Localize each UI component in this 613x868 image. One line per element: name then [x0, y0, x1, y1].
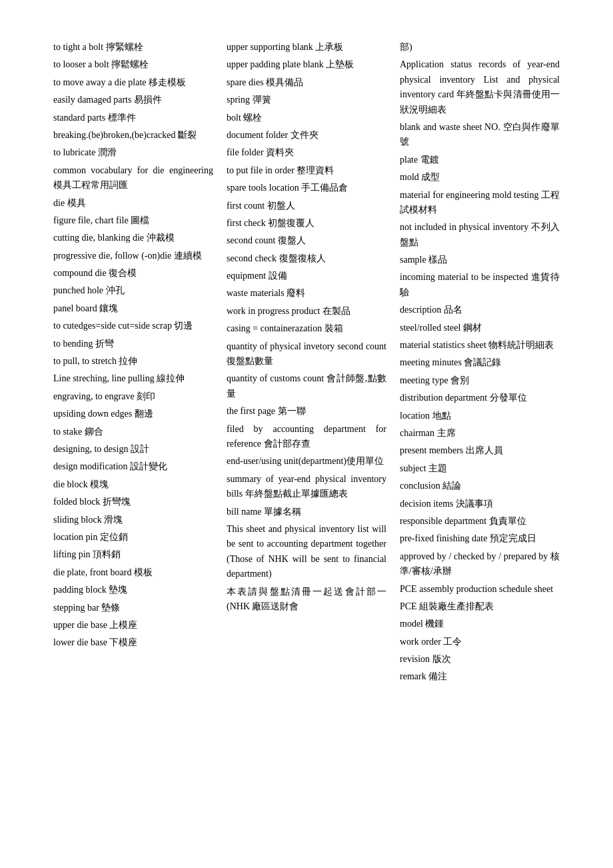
- col1-item-3: to move away a die plate 移走模板: [53, 75, 213, 90]
- col1-item-11: cutting die, blanking die 沖裁模: [53, 231, 213, 245]
- col2-item-12: second count 復盤人: [227, 233, 386, 248]
- col1-item-1: to tight a bolt 擰緊螺栓: [53, 40, 213, 55]
- col1-item-9: die 模具: [53, 196, 213, 211]
- col2-item-6: document folder 文件夾: [227, 128, 386, 143]
- col1-item-13: compound die 復合模: [53, 266, 213, 281]
- col2-item-15: waste materials 廢料: [227, 286, 386, 301]
- content-columns: to tight a bolt 擰緊螺栓to looser a bolt 擰鬆螺…: [53, 40, 560, 687]
- col2-item-4: spring 彈簧: [227, 93, 386, 107]
- col1-item-12: progressive die, follow (-on)die 連續模: [53, 249, 213, 263]
- col2-item-21: filed by accounting department for refer…: [227, 422, 386, 452]
- col3-item-14: meeting type 會別: [400, 373, 560, 388]
- col3-item-22: responsible department 負責單位: [400, 514, 560, 529]
- col3-item-30: remark 備注: [400, 669, 560, 684]
- col1-item-28: location pin 定位銷: [53, 530, 213, 545]
- col2-item-22: end-user/using unit(department)使用單位: [227, 454, 386, 469]
- col2-item-18: quantity of physical invetory second cou…: [227, 339, 386, 369]
- col3-item-13: meeting minutes 會議記錄: [400, 355, 560, 370]
- col2-item-7: file folder 資料夾: [227, 145, 386, 160]
- col2-item-9: spare tools location 手工備品倉: [227, 181, 386, 195]
- col3-item-20: conclusion 結論: [400, 479, 560, 493]
- col1-item-10: figure file, chart file 圖檔: [53, 213, 213, 228]
- col2-item-24: bill name 單據名稱: [227, 505, 386, 519]
- col2-item-17: casing = containerazation 裝箱: [227, 321, 386, 336]
- col2-item-3: spare dies 模具備品: [227, 75, 386, 90]
- col3-item-2: Application status records of year-end p…: [400, 57, 560, 117]
- col2-item-26: 本表請與盤點清冊一起送會計部一(NHK 廠區送財會: [227, 585, 386, 615]
- col1-item-33: upper die base 上模座: [53, 618, 213, 633]
- col2-item-25: This sheet and physical inventory list w…: [227, 522, 386, 582]
- col1-item-32: stepping bar 墊條: [53, 601, 213, 615]
- col2-item-11: first check 初盤復覆人: [227, 216, 386, 231]
- col1-item-31: padding block 墊塊: [53, 583, 213, 597]
- col1-item-15: panel board 鑲塊: [53, 301, 213, 316]
- col3-item-12: material statistics sheet 物料統計明細表: [400, 338, 560, 353]
- col3-item-27: model 機鍾: [400, 617, 560, 631]
- col3-item-25: PCE assembly production schedule sheet: [400, 582, 560, 597]
- col2-item-19: quantity of customs count 會計師盤,點數量: [227, 371, 386, 401]
- col2-item-16: work in progress product 在製品: [227, 304, 386, 319]
- col1-item-17: to bending 折彎: [53, 337, 213, 351]
- col3-item-18: present members 出席人員: [400, 443, 560, 458]
- col2-item-10: first count 初盤人: [227, 199, 386, 213]
- col1-item-7: to lubricate 潤滑: [53, 145, 213, 160]
- col2-item-1: upper supporting blank 上承板: [227, 40, 386, 55]
- col1-item-8: common vocabulary for die engineering 模具…: [53, 163, 213, 193]
- col1-item-4: easily damaged parts 易損件: [53, 93, 213, 107]
- column-2: upper supporting blank 上承板upper padding …: [220, 40, 393, 687]
- col3-item-3: blank and waste sheet NO. 空白與作廢單號: [400, 120, 560, 150]
- col3-item-26: PCE 組裝廠生產排配表: [400, 599, 560, 614]
- col3-item-19: subject 主題: [400, 461, 560, 476]
- col1-item-26: folded block 折彎塊: [53, 495, 213, 509]
- col1-item-20: engraving, to engrave 刻印: [53, 389, 213, 404]
- col2-item-13: second check 復盤復核人: [227, 251, 386, 266]
- col1-item-18: to pull, to stretch 拉伸: [53, 354, 213, 369]
- col3-item-24: approved by / checked by / prepared by 核…: [400, 549, 560, 579]
- col1-item-14: punched hole 沖孔: [53, 283, 213, 298]
- col3-item-1: 部): [400, 40, 560, 55]
- col2-item-2: upper padding plate blank 上墊板: [227, 57, 386, 72]
- col3-item-7: not included in physical inventory 不列入盤點: [400, 220, 560, 250]
- col3-item-4: plate 電鍍: [400, 153, 560, 167]
- col2-item-23: summary of year-end physical inventory b…: [227, 472, 386, 502]
- col3-item-10: description 品名: [400, 303, 560, 317]
- col3-item-6: material for engineering mold testing 工程…: [400, 188, 560, 218]
- col3-item-11: steel/rolled steel 鋼材: [400, 321, 560, 335]
- column-3: 部)Application status records of year-end…: [393, 40, 560, 687]
- col3-item-29: revision 版次: [400, 652, 560, 667]
- col2-item-5: bolt 螺栓: [227, 111, 386, 125]
- col1-item-16: to cutedges=side cut=side scrap 切邊: [53, 319, 213, 333]
- col3-item-23: pre-fixed finishing date 預定完成日: [400, 531, 560, 546]
- col1-item-30: die plate, front board 模板: [53, 565, 213, 580]
- col1-item-25: die block 模塊: [53, 477, 213, 492]
- col3-item-17: chairman 主席: [400, 426, 560, 441]
- col2-item-14: equipment 設備: [227, 269, 386, 283]
- col1-item-24: design modification 設計變化: [53, 459, 213, 474]
- col1-item-2: to looser a bolt 擰鬆螺栓: [53, 57, 213, 72]
- col3-item-5: mold 成型: [400, 170, 560, 185]
- col3-item-9: incoming material to be inspected 進貨待驗: [400, 270, 560, 300]
- col1-item-19: Line streching, line pulling 線拉伸: [53, 371, 213, 386]
- col1-item-23: designing, to design 設計: [53, 442, 213, 457]
- col3-item-8: sample 樣品: [400, 253, 560, 267]
- col3-item-15: distribution department 分發單位: [400, 391, 560, 405]
- col1-item-27: sliding block 滑塊: [53, 513, 213, 527]
- col3-item-16: location 地點: [400, 409, 560, 423]
- col2-item-8: to put file in order 整理資料: [227, 163, 386, 178]
- col2-item-20: the first page 第一聯: [227, 404, 386, 419]
- col3-item-21: decision items 決議事項: [400, 497, 560, 511]
- col1-item-6: breaking.(be)broken,(be)cracked 斷裂: [53, 128, 213, 143]
- col1-item-34: lower die base 下模座: [53, 635, 213, 650]
- col1-item-22: to stake 鉚合: [53, 425, 213, 439]
- column-1: to tight a bolt 擰緊螺栓to looser a bolt 擰鬆螺…: [53, 40, 220, 687]
- col3-item-28: work order 工令: [400, 635, 560, 649]
- col1-item-5: standard parts 標準件: [53, 111, 213, 125]
- col1-item-21: upsiding down edges 翻邊: [53, 407, 213, 421]
- col1-item-29: lifting pin 頂料銷: [53, 547, 213, 562]
- page: to tight a bolt 擰緊螺栓to looser a bolt 擰鬆螺…: [0, 0, 613, 868]
